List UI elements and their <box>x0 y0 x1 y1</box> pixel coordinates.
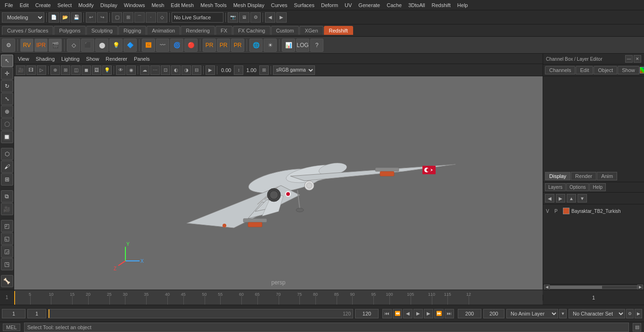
menu-3dtoall[interactable]: 3DtoAll <box>405 1 428 9</box>
rp-close-icon[interactable]: ✕ <box>634 55 641 63</box>
save-scene-icon[interactable]: 💾 <box>71 12 82 23</box>
scale-tool[interactable]: ⤡ <box>1 93 13 105</box>
vp-scale-icon[interactable]: ⊞ <box>259 65 269 75</box>
menu-cache[interactable]: Cache <box>384 1 405 9</box>
menu-mesh-display[interactable]: Mesh Display <box>231 1 267 9</box>
maximize-icon[interactable]: ▶ <box>276 12 287 23</box>
rotate-tool[interactable]: ↻ <box>1 80 13 92</box>
vp-menu-view[interactable]: View <box>16 55 31 63</box>
tab-polygons[interactable]: Polygons <box>54 26 85 35</box>
tab-fx-caching[interactable]: FX Caching <box>233 26 270 35</box>
open-scene-icon[interactable]: 📂 <box>60 12 70 23</box>
camera-icon[interactable]: 📷 <box>228 12 238 23</box>
character-set-dropdown[interactable]: No Character Set <box>569 309 625 318</box>
vp-texture-icon[interactable]: 🖼 <box>92 65 101 75</box>
tab-redshift[interactable]: Redshift <box>324 26 353 35</box>
shelf-rs-geo[interactable]: ◇ <box>67 39 80 52</box>
menu-modify[interactable]: Modify <box>75 1 96 9</box>
shelf-rs-pr2[interactable]: PR <box>217 39 230 52</box>
char-set-settings-icon[interactable]: ⚙ <box>626 309 634 318</box>
quick-layout-2[interactable]: ◱ <box>1 233 13 245</box>
shelf-rs-curve[interactable]: 🌀 <box>170 39 183 52</box>
anim-range-end-input[interactable] <box>458 309 481 318</box>
layer-left-arrow[interactable]: ◀ <box>545 194 554 202</box>
layer-right-arrow[interactable]: ▶ <box>556 194 565 202</box>
anim-end-input[interactable] <box>355 309 379 318</box>
vp-light-icon[interactable]: 💡 <box>102 65 112 75</box>
char-set-expand-icon[interactable]: ▶ <box>635 309 642 318</box>
tab-xgen[interactable]: XGen <box>299 26 323 35</box>
frame-slider[interactable]: 120 <box>48 309 353 318</box>
menu-help[interactable]: Help <box>454 1 471 9</box>
shelf-rs-light[interactable]: 💡 <box>109 39 123 52</box>
vp-xray-icon[interactable]: 👁 <box>116 65 125 75</box>
render-settings-icon[interactable]: ⚙ <box>250 12 261 23</box>
rigging-tool[interactable]: 🦴 <box>1 275 13 287</box>
le-sub-options[interactable]: Options <box>566 183 589 191</box>
vp-shaded-icon[interactable]: ◼ <box>82 65 91 75</box>
shelf-rs-volume[interactable]: 🔴 <box>184 39 198 52</box>
shelf-rs-mat[interactable]: 🅶 <box>142 39 155 52</box>
render-view-icon[interactable]: 🖥 <box>239 12 249 23</box>
vp-menu-renderer[interactable]: Renderer <box>104 55 129 63</box>
le-tab-anim[interactable]: Anim <box>597 172 617 180</box>
start-frame-input[interactable] <box>2 309 25 318</box>
show-manip[interactable]: ⊞ <box>1 173 13 186</box>
scroll-thumb[interactable] <box>550 286 602 289</box>
range-end-input[interactable] <box>483 309 504 318</box>
select-icon[interactable]: ▢ <box>112 12 122 23</box>
rp-tab-show[interactable]: Show <box>618 66 639 74</box>
anim-layer-down-arrow[interactable]: ▼ <box>559 309 567 318</box>
shelf-rs-dome[interactable]: 🌐 <box>249 39 263 52</box>
menu-edit-mesh[interactable]: Edit Mesh <box>168 1 197 9</box>
vp-film-icon[interactable]: 🎞 <box>26 65 36 75</box>
vp-isolate-icon[interactable]: ◉ <box>126 65 136 75</box>
vp-wireframe-icon[interactable]: ◫ <box>71 65 81 75</box>
play-goto-start[interactable]: ⏮ <box>382 309 392 318</box>
status-output-icon[interactable]: ▤ <box>633 323 641 332</box>
play-prev-frame[interactable]: ◀ <box>403 309 413 318</box>
snap-surface-icon[interactable]: ◇ <box>157 12 167 23</box>
shelf-rs-sphere[interactable]: ⬤ <box>95 39 108 52</box>
mel-button[interactable]: MEL <box>3 324 20 331</box>
color-picker-icon[interactable] <box>640 67 644 73</box>
shelf-settings-icon[interactable]: ⚙ <box>2 39 15 52</box>
rp-tab-object[interactable]: Object <box>594 66 617 74</box>
vp-menu-lighting[interactable]: Lighting <box>59 55 82 63</box>
layer-item[interactable]: V P Bayraktar_TB2_Turkish <box>544 205 643 217</box>
paint-tool[interactable]: 🖌 <box>1 161 13 173</box>
menu-deform[interactable]: Deform <box>318 1 341 9</box>
le-tab-display[interactable]: Display <box>545 172 570 180</box>
anim-layer-dropdown[interactable]: No Anim Layer <box>506 309 558 318</box>
snap-curve-icon[interactable]: ⌒ <box>134 12 145 23</box>
camera-dolly[interactable]: 🎥 <box>1 203 13 215</box>
mel-input[interactable]: Select Tool: select an object <box>24 323 629 332</box>
menu-uv[interactable]: UV <box>342 1 355 9</box>
tab-sculpting[interactable]: Sculpting <box>86 26 118 35</box>
shelf-rs-pr1[interactable]: PR <box>203 39 216 52</box>
vp-aa2-icon[interactable]: ⊡ <box>161 65 170 75</box>
menu-surfaces[interactable]: Surfaces <box>291 1 317 9</box>
redo-icon[interactable]: ↪ <box>97 12 107 23</box>
vp-snap-icon[interactable]: ⊕ <box>50 65 60 75</box>
rp-minimize-icon[interactable]: — <box>625 55 633 63</box>
menu-mesh-tools[interactable]: Mesh Tools <box>198 1 229 9</box>
menu-generate[interactable]: Generate <box>355 1 383 9</box>
layer-down-arrow[interactable]: ▼ <box>578 194 587 202</box>
rp-tab-edit[interactable]: Edit <box>576 66 593 74</box>
vp-hud-icon[interactable]: ⊟ <box>192 65 201 75</box>
vp-aa-icon[interactable]: ⋯ <box>150 65 160 75</box>
undo-icon[interactable]: ↩ <box>86 12 96 23</box>
shelf-rs-render-view[interactable]: RV <box>20 39 33 52</box>
vp-pp-icon[interactable]: ◐ <box>171 65 181 75</box>
vp-anim-icon[interactable]: ▷ <box>37 65 46 75</box>
extra-tools-icon[interactable]: ◀ <box>265 12 275 23</box>
layer-up-arrow[interactable]: ▲ <box>567 194 576 202</box>
move-tool[interactable]: ✛ <box>1 67 13 80</box>
shelf-rs-render-ele[interactable]: 〰 <box>156 39 169 52</box>
shelf-rs-render-seq[interactable]: 🎬 <box>49 39 62 52</box>
shelf-rs-sun[interactable]: ☀ <box>264 39 277 52</box>
menu-select[interactable]: Select <box>55 1 75 9</box>
vp-render-icon[interactable]: ▶ <box>206 65 215 75</box>
menu-windows[interactable]: Windows <box>121 1 148 9</box>
